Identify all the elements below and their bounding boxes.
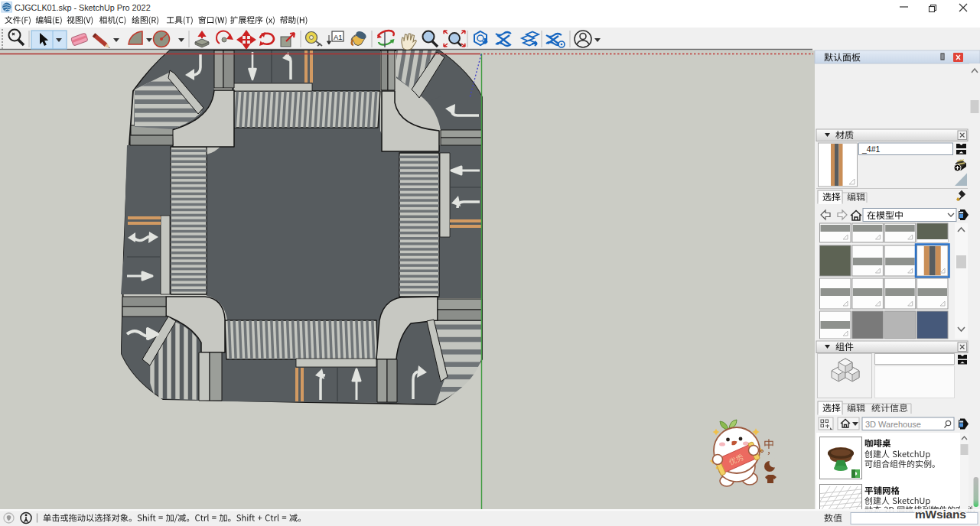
svg-text:_4#1: _4#1 — [861, 144, 881, 154]
svg-text:mWsians: mWsians — [915, 508, 966, 521]
svg-text:CJGCLK01.skp - SketchUp Pro 20: CJGCLK01.skp - SketchUp Pro 2022 — [15, 3, 151, 12]
svg-text:3D Warehouse: 3D Warehouse — [865, 420, 921, 429]
svg-text:A1: A1 — [334, 33, 343, 41]
